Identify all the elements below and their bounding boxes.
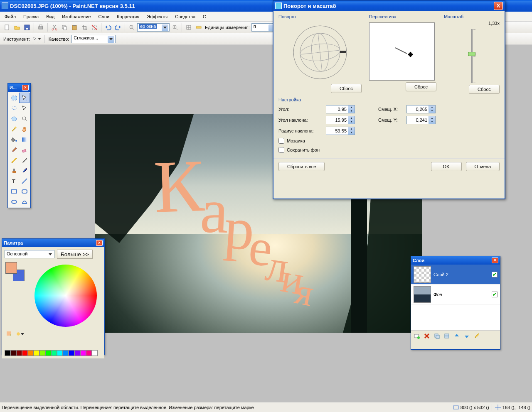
palette-swatches[interactable] bbox=[5, 350, 102, 356]
open-button[interactable] bbox=[12, 23, 22, 32]
current-tool-button[interactable] bbox=[32, 34, 42, 44]
grid-button[interactable] bbox=[184, 23, 193, 32]
close-icon[interactable]: × bbox=[22, 85, 29, 91]
primary-secondary-swatch[interactable] bbox=[5, 261, 27, 280]
print-button[interactable] bbox=[36, 23, 45, 32]
move-up-button[interactable] bbox=[453, 332, 461, 340]
layer-properties-button[interactable] bbox=[473, 332, 481, 340]
layer-visibility-checkbox[interactable]: ✔ bbox=[492, 272, 498, 277]
zoom-combo[interactable]: ер окна bbox=[137, 23, 170, 32]
reset-perspective-button[interactable]: Сброс bbox=[406, 82, 436, 91]
line-tool[interactable] bbox=[19, 176, 30, 186]
crop-button[interactable] bbox=[80, 23, 89, 32]
keepbg-checkbox[interactable] bbox=[278, 147, 284, 153]
close-icon[interactable]: × bbox=[492, 258, 498, 263]
layer-item[interactable]: Слой 2 ✔ bbox=[411, 265, 500, 284]
layers-panel-title[interactable]: Слои × bbox=[411, 256, 500, 265]
copy-button[interactable] bbox=[60, 23, 69, 32]
duplicate-layer-button[interactable] bbox=[433, 332, 441, 340]
tools-panel[interactable]: И... × T bbox=[7, 83, 31, 208]
angle-input[interactable]: ▲▼ bbox=[326, 105, 355, 113]
menu-adjustments[interactable]: Коррекция bbox=[113, 13, 143, 20]
menu-file[interactable]: Файл bbox=[1, 13, 20, 20]
lasso-tool[interactable] bbox=[9, 103, 19, 113]
separator bbox=[492, 404, 492, 411]
offset-x-input[interactable]: ▲▼ bbox=[406, 105, 436, 113]
menu-view[interactable]: Вид bbox=[42, 13, 58, 20]
save-button[interactable] bbox=[22, 23, 32, 32]
gradient-tool[interactable] bbox=[19, 134, 30, 145]
paste-button[interactable] bbox=[70, 23, 79, 32]
menu-image[interactable]: Изображение bbox=[58, 13, 94, 20]
layer-item[interactable]: Фон ✔ bbox=[411, 284, 500, 304]
rotate-zoom-dialog[interactable]: Поворот и масштаб X Поворот Сброс Перспе… bbox=[273, 0, 505, 199]
scale-slider[interactable] bbox=[467, 29, 477, 83]
layer-visibility-checkbox[interactable]: ✔ bbox=[492, 292, 498, 297]
zoom-out-button[interactable] bbox=[127, 23, 136, 32]
colors-panel[interactable]: Палитра × Основной Больше >> + bbox=[2, 238, 105, 355]
perspective-box[interactable]: ✥ bbox=[369, 22, 435, 81]
menu-effects[interactable]: Эффекты bbox=[143, 13, 171, 20]
ok-button[interactable]: OK bbox=[431, 162, 462, 171]
text-tool[interactable]: T bbox=[9, 176, 19, 186]
menu-edit[interactable]: Правка bbox=[20, 13, 42, 20]
reset-rotation-button[interactable]: Сброс bbox=[331, 84, 362, 93]
magic-wand-tool[interactable] bbox=[9, 124, 19, 134]
menu-tools[interactable]: Средства bbox=[171, 13, 199, 20]
cancel-button[interactable]: Отмена bbox=[466, 162, 500, 171]
offset-y-input[interactable]: ▲▼ bbox=[406, 116, 436, 124]
svg-rect-16 bbox=[12, 96, 17, 100]
palette-menu-button[interactable] bbox=[15, 329, 25, 338]
colors-panel-title[interactable]: Палитра × bbox=[2, 239, 104, 247]
merge-down-button[interactable] bbox=[443, 332, 451, 340]
layer-name: Фон bbox=[433, 292, 442, 297]
color-mode-combo[interactable]: Основной bbox=[5, 250, 54, 258]
tilt-input[interactable]: ▲▼ bbox=[326, 116, 355, 124]
dialog-titlebar[interactable]: Поворот и масштаб X bbox=[273, 1, 505, 11]
color-wheel[interactable] bbox=[34, 265, 97, 327]
rotation-sphere[interactable] bbox=[291, 23, 349, 81]
reset-all-button[interactable]: Сбросить все bbox=[278, 162, 325, 171]
bucket-tool[interactable] bbox=[9, 134, 19, 145]
mosaic-checkbox[interactable] bbox=[278, 138, 284, 144]
radius-input[interactable]: ▲▼ bbox=[326, 127, 355, 135]
layers-panel[interactable]: Слои × Слой 2 ✔ Фон ✔ bbox=[411, 256, 500, 350]
menu-cutoff[interactable]: С bbox=[199, 13, 210, 20]
add-color-button[interactable]: + bbox=[5, 329, 14, 338]
deselect-button[interactable] bbox=[90, 23, 99, 32]
rect-select-tool[interactable] bbox=[9, 93, 19, 103]
zoom-in-button[interactable] bbox=[170, 23, 180, 32]
pencil-tool[interactable] bbox=[9, 155, 19, 165]
recolor-tool[interactable] bbox=[19, 165, 30, 176]
primary-color[interactable] bbox=[5, 262, 17, 274]
clone-stamp-tool[interactable] bbox=[9, 165, 19, 176]
eraser-tool[interactable] bbox=[19, 145, 30, 155]
delete-layer-button[interactable] bbox=[423, 332, 431, 340]
rectangle-tool[interactable] bbox=[9, 186, 19, 196]
new-button[interactable] bbox=[2, 23, 12, 32]
ellipse-tool[interactable] bbox=[9, 196, 19, 207]
tools-panel-title[interactable]: И... × bbox=[8, 83, 30, 92]
ruler-button[interactable] bbox=[194, 23, 203, 32]
move-tool[interactable] bbox=[19, 103, 30, 113]
menu-layers[interactable]: Слои bbox=[94, 13, 113, 20]
eyedropper-tool[interactable] bbox=[19, 155, 30, 165]
redo-button[interactable] bbox=[113, 23, 123, 32]
freeform-tool[interactable] bbox=[19, 196, 30, 207]
hand-tool[interactable] bbox=[19, 124, 30, 134]
close-icon[interactable]: X bbox=[494, 2, 503, 10]
add-layer-button[interactable] bbox=[413, 332, 421, 340]
reset-scale-button[interactable]: Сброс bbox=[469, 85, 500, 94]
move-selection-tool[interactable] bbox=[19, 93, 30, 103]
more-colors-button[interactable]: Больше >> bbox=[57, 250, 93, 259]
move-down-button[interactable] bbox=[463, 332, 471, 340]
rounded-rect-tool[interactable] bbox=[19, 186, 30, 196]
ellipse-select-tool[interactable] bbox=[9, 113, 19, 124]
undo-button[interactable] bbox=[103, 23, 113, 32]
quality-combo[interactable]: Сглажива... bbox=[71, 35, 116, 43]
angle-label: Угол: bbox=[278, 107, 323, 112]
zoom-tool[interactable] bbox=[19, 113, 30, 124]
brush-tool[interactable] bbox=[9, 145, 19, 155]
close-icon[interactable]: × bbox=[96, 240, 103, 246]
cut-button[interactable] bbox=[50, 23, 59, 32]
